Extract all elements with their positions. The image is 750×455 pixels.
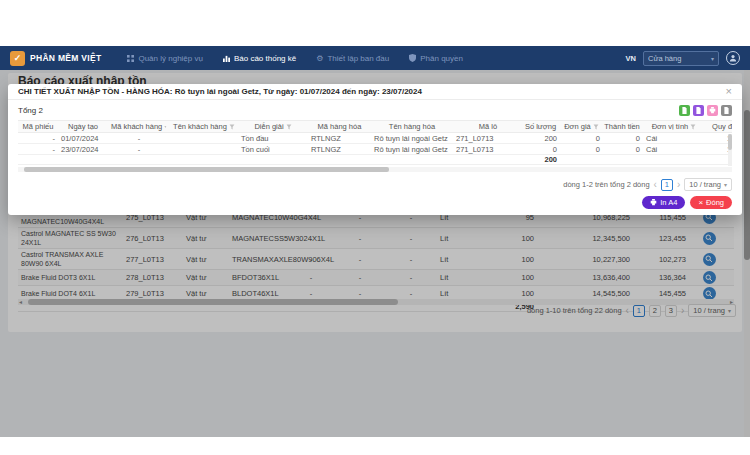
filter-icon[interactable] xyxy=(593,124,599,130)
scrollbar-thumb[interactable] xyxy=(24,167,389,172)
next-page-icon[interactable]: › xyxy=(677,180,680,190)
column-header[interactable]: Mã lô xyxy=(479,122,497,131)
app-screen: ✓ PHẦN MỀM VIỆT Quản lý nghiệp vụ Báo cá… xyxy=(0,0,750,455)
page-size-value: 10 / trang xyxy=(689,180,721,189)
column-header[interactable]: Số lượng xyxy=(525,122,556,131)
column-header[interactable]: Đơn vị tính xyxy=(652,122,689,131)
column-header[interactable]: Mã phiếu xyxy=(23,122,54,131)
user-avatar[interactable] xyxy=(726,51,740,65)
top-navbar: ✓ PHẦN MỀM VIỆT Quản lý nghiệp vụ Báo cá… xyxy=(0,46,750,70)
modal-title: CHI TIẾT XUẤT NHẬP TỒN - HÀNG HÓA: Rô tu… xyxy=(18,87,422,96)
menu-item-label: Thiết lập ban đầu xyxy=(327,54,389,63)
page-size-select[interactable]: 10 / trang ▾ xyxy=(684,178,732,191)
modal-header: CHI TIẾT XUẤT NHẬP TỒN - HÀNG HÓA: Rô tu… xyxy=(8,84,742,100)
printer-icon xyxy=(709,107,716,114)
column-header[interactable]: Diễn giải xyxy=(254,122,283,131)
file-icon xyxy=(681,107,688,114)
menu-item-label: Quản lý nghiệp vụ xyxy=(138,54,203,63)
filter-icon[interactable] xyxy=(229,124,235,130)
x-icon: × xyxy=(698,199,703,207)
export-excel-button[interactable] xyxy=(679,105,690,116)
navbar-right: VN Cửa hàng ▾ xyxy=(626,51,740,66)
menu-item-reports[interactable]: Báo cáo thống kê xyxy=(223,54,296,63)
modal-body: Tổng 2 Mã phiếu Ngày tạo Mã khách hàng T… xyxy=(8,100,742,215)
brand: ✓ PHẦN MỀM VIỆT xyxy=(10,51,101,66)
file-icon xyxy=(723,107,730,114)
filter-icon[interactable] xyxy=(164,124,167,130)
modal-table: Mã phiếu Ngày tạo Mã khách hàng Tên khác… xyxy=(18,120,732,172)
modal-table-row[interactable]: - 23/07/2024 - Tồn cuối RTLNGZ Rô tuyn l… xyxy=(18,144,732,155)
chevron-down-icon: ▾ xyxy=(724,181,727,188)
detail-modal: CHI TIẾT XUẤT NHẬP TỒN - HÀNG HÓA: Rô tu… xyxy=(8,84,742,215)
modal-total-quantity: 200 xyxy=(523,155,560,164)
column-header[interactable]: Tên hàng hóa xyxy=(389,122,435,131)
menu-item-label: Phân quyền xyxy=(420,54,463,63)
modal-table-header: Mã phiếu Ngày tạo Mã khách hàng Tên khác… xyxy=(18,120,732,133)
column-header[interactable]: Tên khách hàng xyxy=(173,122,227,131)
column-header[interactable]: Mã hàng hóa xyxy=(318,122,362,131)
scrollbar-thumb[interactable] xyxy=(728,134,732,150)
close-icon[interactable]: × xyxy=(726,86,732,97)
column-header[interactable]: Mã khách hàng xyxy=(111,122,162,131)
chevron-down-icon: ▾ xyxy=(711,55,714,62)
print-a4-label: In A4 xyxy=(660,198,677,207)
chart-icon xyxy=(223,55,230,62)
export-settings-button[interactable] xyxy=(721,105,732,116)
person-icon xyxy=(729,54,737,62)
modal-horizontal-scrollbar[interactable] xyxy=(18,167,732,172)
column-header[interactable]: Ngày tạo xyxy=(68,122,98,131)
menu-item-setup[interactable]: ⚙ Thiết lập ban đầu xyxy=(316,54,389,63)
modal-table-row[interactable]: - 01/07/2024 - Tồn đầu RTLNGZ Rô tuyn lá… xyxy=(18,133,732,144)
close-label: Đóng xyxy=(706,198,724,207)
pagination-info: dòng 1-2 trên tổng 2 dòng xyxy=(563,180,649,189)
shield-icon xyxy=(409,54,416,62)
brand-logo-icon: ✓ xyxy=(10,51,25,66)
main-menu: Quản lý nghiệp vụ Báo cáo thống kê ⚙ Thi… xyxy=(127,54,462,63)
export-print-button[interactable] xyxy=(707,105,718,116)
printer-icon xyxy=(650,199,657,206)
modal-toolbar: Tổng 2 xyxy=(18,105,732,116)
export-pdf-button[interactable] xyxy=(693,105,704,116)
prev-page-icon[interactable]: ‹ xyxy=(654,180,657,190)
modal-vertical-scrollbar[interactable] xyxy=(728,134,732,166)
menu-item-permissions[interactable]: Phân quyền xyxy=(409,54,463,63)
modal-pagination: dòng 1-2 trên tổng 2 dòng ‹ 1 › 10 / tra… xyxy=(18,178,732,191)
grid-icon xyxy=(127,55,134,62)
print-a4-button[interactable]: In A4 xyxy=(642,196,685,209)
menu-item-business[interactable]: Quản lý nghiệp vụ xyxy=(127,54,203,63)
menu-item-label: Báo cáo thống kê xyxy=(234,54,296,63)
modal-total-row: 200 xyxy=(18,155,732,165)
store-select-value: Cửa hàng xyxy=(648,54,681,63)
column-header[interactable]: Quy đổi xyxy=(712,122,732,131)
store-select[interactable]: Cửa hàng ▾ xyxy=(643,51,719,66)
gear-icon: ⚙ xyxy=(316,54,323,63)
filter-icon[interactable] xyxy=(286,124,292,130)
file-icon xyxy=(695,107,702,114)
column-header[interactable]: Đơn giá xyxy=(564,122,591,131)
close-button[interactable]: × Đóng xyxy=(690,196,732,209)
modal-footer: In A4 × Đóng xyxy=(18,196,732,209)
page-button-1[interactable]: 1 xyxy=(661,179,673,191)
brand-name: PHẦN MỀM VIỆT xyxy=(30,53,101,63)
total-count-label: Tổng 2 xyxy=(18,106,43,115)
language-label[interactable]: VN xyxy=(626,54,636,63)
filter-icon[interactable] xyxy=(690,124,696,130)
column-header[interactable]: Thành tiền xyxy=(604,122,639,131)
export-buttons xyxy=(679,105,732,116)
